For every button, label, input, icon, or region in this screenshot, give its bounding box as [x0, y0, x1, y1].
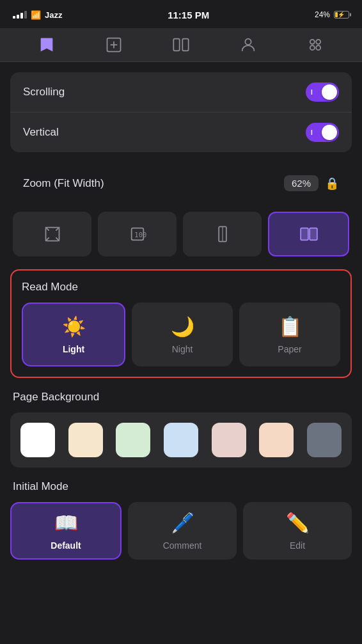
svg-point-7 [317, 45, 321, 50]
color-swatch-peach[interactable] [68, 423, 103, 457]
scrolling-label: Scrolling [23, 86, 65, 98]
view-btn-spread[interactable] [268, 212, 349, 256]
tab-more[interactable] [304, 33, 327, 56]
read-mode-title: Read Mode [22, 281, 340, 294]
comment-icon: 🖊️ [171, 512, 194, 534]
status-right: 24% ⚡ [315, 10, 349, 19]
signal-icon [13, 11, 27, 19]
status-bar: 📶 Jazz 11:15 PM 24% ⚡ [0, 0, 362, 28]
vertical-row: Vertical [10, 113, 352, 152]
initial-mode-btn-default[interactable]: 📖 Default [10, 502, 122, 560]
tab-bar [0, 28, 362, 62]
svg-rect-1 [173, 39, 179, 51]
view-btn-single[interactable] [183, 212, 262, 256]
lock-icon: 🔒 [325, 177, 339, 191]
read-mode-section: Read Mode ☀️ Light 🌙 Night 📋 Paper [10, 269, 352, 378]
zoom-percent: 62% [284, 175, 319, 191]
vertical-label: Vertical [23, 126, 59, 139]
color-swatches [10, 412, 352, 467]
read-mode-btn-light[interactable]: ☀️ Light [22, 302, 125, 366]
initial-mode-btn-comment[interactable]: 🖊️ Comment [128, 502, 237, 560]
default-icon: 📖 [54, 512, 78, 534]
tab-layout[interactable] [169, 33, 193, 56]
read-mode-btn-paper[interactable]: 📋 Paper [239, 302, 340, 366]
initial-mode-buttons: 📖 Default 🖊️ Comment ✏️ Edit [10, 502, 352, 560]
page-background-title: Page Background [10, 391, 352, 404]
status-left: 📶 Jazz [13, 10, 62, 20]
paper-label: Paper [278, 344, 301, 354]
carrier-label: Jazz [45, 10, 62, 20]
read-mode-buttons: ☀️ Light 🌙 Night 📋 Paper [22, 302, 340, 366]
svg-rect-13 [301, 228, 308, 240]
initial-mode-btn-edit[interactable]: ✏️ Edit [243, 502, 352, 560]
svg-text:100: 100 [134, 231, 146, 239]
light-label: Light [63, 344, 84, 354]
tab-person[interactable] [237, 33, 260, 56]
vertical-toggle[interactable] [306, 123, 339, 142]
color-swatch-blue[interactable] [164, 423, 198, 457]
tab-bookmarks[interactable] [35, 33, 58, 56]
svg-point-6 [310, 45, 315, 50]
comment-label: Comment [163, 540, 202, 551]
edit-icon: ✏️ [286, 512, 310, 534]
initial-mode-title: Initial Mode [10, 480, 352, 493]
tab-edit[interactable] [102, 33, 125, 56]
read-mode-btn-night[interactable]: 🌙 Night [132, 302, 233, 366]
color-swatch-white[interactable] [20, 423, 55, 457]
view-mode-row: 100 [10, 212, 352, 256]
zoom-value-group: 62% 🔒 [284, 175, 339, 191]
light-icon: ☀️ [62, 315, 86, 338]
scrolling-row: Scrolling [10, 72, 352, 113]
svg-point-5 [317, 40, 321, 44]
night-label: Night [172, 344, 193, 354]
zoom-section: Zoom (Fit Width) 62% 🔒 [10, 165, 352, 201]
color-swatch-rose[interactable] [212, 423, 246, 457]
battery-icon: ⚡ [334, 11, 349, 19]
main-content: Scrolling Vertical Zoom (Fit Width) 62% … [0, 62, 362, 570]
zoom-label: Zoom (Fit Width) [23, 177, 104, 190]
paper-icon: 📋 [278, 315, 302, 338]
svg-point-3 [245, 39, 251, 45]
svg-point-4 [310, 40, 315, 44]
toggle-thumb-2 [322, 125, 337, 140]
default-label: Default [51, 540, 81, 551]
night-icon: 🌙 [171, 315, 194, 338]
wifi-icon: 📶 [31, 10, 41, 20]
scrolling-toggle[interactable] [306, 82, 339, 102]
svg-rect-15 [310, 228, 317, 240]
edit-label: Edit [290, 540, 305, 551]
time-label: 11:15 PM [168, 10, 209, 20]
view-btn-actual[interactable]: 100 [98, 212, 177, 256]
view-btn-fit[interactable] [13, 212, 91, 256]
battery-percent: 24% [315, 10, 330, 19]
scroll-settings-card: Scrolling Vertical [10, 72, 352, 152]
color-swatch-orange[interactable] [259, 423, 294, 457]
svg-rect-2 [182, 39, 188, 51]
toggle-thumb [322, 84, 337, 100]
color-swatch-green[interactable] [116, 423, 150, 457]
color-swatch-gray[interactable] [307, 423, 342, 457]
